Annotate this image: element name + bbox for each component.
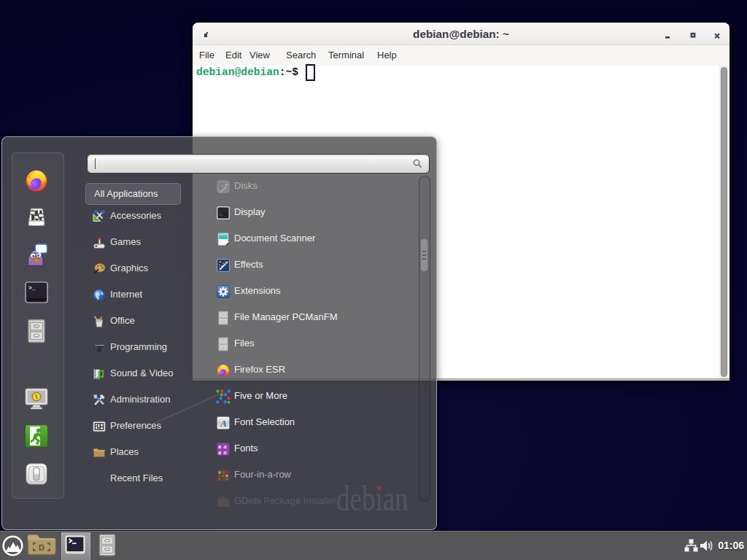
svg-text:D: D bbox=[39, 543, 44, 552]
svg-text:A: A bbox=[220, 418, 227, 429]
svg-text:>_: >_ bbox=[28, 284, 36, 291]
